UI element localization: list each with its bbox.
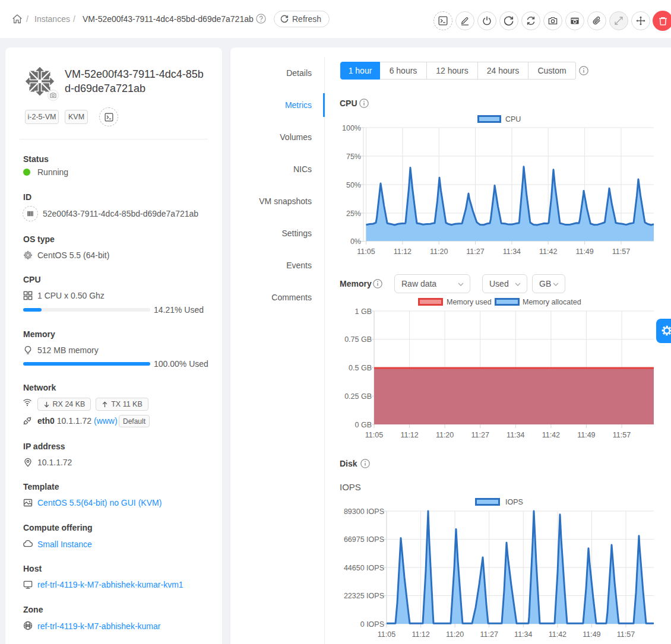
svg-text:0%: 0% xyxy=(350,237,361,246)
svg-text:11:49: 11:49 xyxy=(583,630,600,639)
svg-text:11:34: 11:34 xyxy=(514,630,532,639)
svg-text:0.5 GB: 0.5 GB xyxy=(349,364,372,372)
svg-text:11:12: 11:12 xyxy=(400,431,418,439)
svg-text:0.75 GB: 0.75 GB xyxy=(344,335,372,344)
svg-text:11:20: 11:20 xyxy=(436,431,454,439)
svg-text:66975 IOPS: 66975 IOPS xyxy=(344,535,384,544)
svg-text:11:12: 11:12 xyxy=(394,248,412,256)
svg-text:11:20: 11:20 xyxy=(446,630,464,639)
svg-text:50%: 50% xyxy=(346,181,361,189)
svg-text:11:27: 11:27 xyxy=(480,630,498,639)
svg-text:11:27: 11:27 xyxy=(471,431,489,439)
svg-text:0 GB: 0 GB xyxy=(355,421,372,429)
svg-text:11:57: 11:57 xyxy=(613,431,631,439)
svg-text:11:34: 11:34 xyxy=(507,431,524,439)
svg-text:0.25 GB: 0.25 GB xyxy=(344,392,372,401)
svg-text:0 IOPS: 0 IOPS xyxy=(360,620,384,629)
svg-text:11:05: 11:05 xyxy=(365,431,383,439)
svg-text:11:27: 11:27 xyxy=(466,248,484,256)
svg-text:75%: 75% xyxy=(346,153,361,161)
svg-text:11:49: 11:49 xyxy=(575,248,593,256)
svg-text:11:57: 11:57 xyxy=(617,630,635,639)
svg-text:11:05: 11:05 xyxy=(357,248,375,256)
svg-text:11:42: 11:42 xyxy=(549,630,566,639)
svg-text:11:42: 11:42 xyxy=(539,248,557,256)
svg-text:11:05: 11:05 xyxy=(378,630,395,639)
svg-text:89300 IOPS: 89300 IOPS xyxy=(344,507,384,516)
svg-text:22325 IOPS: 22325 IOPS xyxy=(344,592,384,600)
svg-text:11:12: 11:12 xyxy=(412,630,429,639)
svg-text:1 GB: 1 GB xyxy=(355,307,372,316)
svg-text:11:20: 11:20 xyxy=(430,248,448,256)
svg-text:11:34: 11:34 xyxy=(503,248,521,256)
svg-text:11:49: 11:49 xyxy=(577,431,595,439)
svg-text:11:57: 11:57 xyxy=(612,248,630,256)
svg-text:11:42: 11:42 xyxy=(542,431,560,439)
svg-text:100%: 100% xyxy=(342,124,361,132)
svg-text:25%: 25% xyxy=(346,210,361,218)
svg-text:44650 IOPS: 44650 IOPS xyxy=(344,564,384,572)
